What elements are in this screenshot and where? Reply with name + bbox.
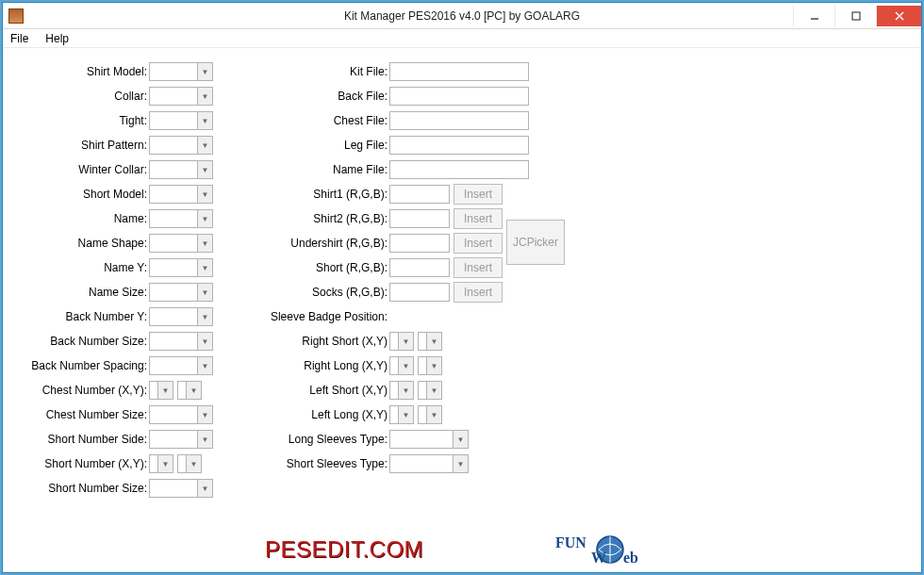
chevron-down-icon: ▼ — [197, 284, 212, 301]
insert-short-button[interactable]: Insert — [454, 257, 503, 278]
combo-long-sleeves-type[interactable]: ▼ — [389, 430, 469, 449]
menu-help[interactable]: Help — [41, 32, 73, 45]
label-name-size: Name Size: — [3, 286, 149, 299]
combo-left-short-y[interactable]: ▼ — [418, 381, 442, 400]
combo-name[interactable]: ▼ — [149, 209, 213, 228]
chevron-down-icon: ▼ — [197, 333, 212, 350]
combo-collar[interactable]: ▼ — [149, 87, 213, 106]
chevron-down-icon: ▼ — [197, 431, 212, 448]
chevron-down-icon: ▼ — [186, 455, 201, 472]
combo-left-long-y[interactable]: ▼ — [418, 405, 442, 424]
chevron-down-icon: ▼ — [197, 63, 212, 80]
titlebar: Kit Manager PES2016 v4.0 [PC] by GOALARG — [3, 3, 921, 29]
chevron-down-icon: ▼ — [197, 406, 212, 423]
menu-file[interactable]: File — [7, 32, 32, 45]
input-back-file[interactable] — [389, 87, 529, 106]
chevron-down-icon: ▼ — [398, 406, 413, 423]
combo-left-long-x[interactable]: ▼ — [389, 405, 414, 424]
chevron-down-icon: ▼ — [197, 137, 212, 154]
combo-shirt-model[interactable]: ▼ — [149, 62, 213, 81]
input-shirt2-rgb[interactable] — [389, 209, 450, 228]
combo-name-shape[interactable]: ▼ — [149, 234, 213, 253]
form-area: Shirt Model:▼ Collar:▼ Tight:▼ Shirt Pat… — [3, 48, 921, 572]
label-back-number-size: Back Number Size: — [3, 335, 149, 348]
insert-shirt1-button[interactable]: Insert — [454, 184, 503, 205]
combo-back-number-size[interactable]: ▼ — [149, 332, 213, 351]
chevron-down-icon: ▼ — [197, 357, 212, 374]
label-chest-number-size: Chest Number Size: — [3, 408, 149, 421]
svg-text:FUN: FUN — [555, 534, 586, 550]
label-tight: Tight: — [3, 114, 149, 127]
combo-back-number-y[interactable]: ▼ — [149, 307, 213, 326]
combo-chest-number-size[interactable]: ▼ — [149, 405, 213, 424]
chevron-down-icon: ▼ — [398, 382, 413, 399]
chevron-down-icon: ▼ — [426, 333, 441, 350]
combo-left-short-x[interactable]: ▼ — [389, 381, 414, 400]
insert-socks-button[interactable]: Insert — [454, 282, 503, 303]
label-short-number-size: Short Number Size: — [3, 482, 149, 495]
jcpicker-button[interactable]: JCPicker — [506, 220, 565, 265]
combo-back-number-spacing[interactable]: ▼ — [149, 356, 213, 375]
chevron-down-icon: ▼ — [197, 161, 212, 178]
combo-name-size[interactable]: ▼ — [149, 283, 213, 302]
input-short-rgb[interactable] — [389, 258, 450, 277]
combo-right-short-x[interactable]: ▼ — [389, 332, 414, 351]
app-window: Kit Manager PES2016 v4.0 [PC] by GOALARG… — [2, 2, 922, 573]
input-shirt1-rgb[interactable] — [389, 185, 450, 204]
label-left-long-xy: Left Long (X,Y) — [229, 408, 389, 421]
combo-shirt-pattern[interactable]: ▼ — [149, 136, 213, 155]
insert-undershirt-button[interactable]: Insert — [454, 233, 503, 254]
label-chest-number-xy: Chest Number (X,Y): — [3, 384, 149, 397]
combo-right-short-y[interactable]: ▼ — [418, 332, 442, 351]
combo-short-sleeves-type[interactable]: ▼ — [389, 454, 469, 473]
label-leg-file: Leg File: — [229, 139, 389, 152]
label-shirt2-rgb: Shirt2 (R,G,B): — [229, 212, 389, 225]
combo-right-long-y[interactable]: ▼ — [418, 356, 442, 375]
chevron-down-icon: ▼ — [197, 186, 212, 203]
chevron-down-icon: ▼ — [426, 406, 441, 423]
input-undershirt-rgb[interactable] — [389, 234, 450, 253]
input-leg-file[interactable] — [389, 136, 529, 155]
label-back-number-y: Back Number Y: — [3, 310, 149, 323]
chevron-down-icon: ▼ — [453, 455, 468, 472]
label-collar: Collar: — [3, 90, 149, 103]
combo-chest-number-x[interactable]: ▼ — [149, 381, 173, 400]
combo-short-number-y[interactable]: ▼ — [177, 454, 202, 473]
maximize-button[interactable] — [834, 6, 876, 26]
chevron-down-icon: ▼ — [197, 259, 212, 276]
input-chest-file[interactable] — [389, 111, 529, 130]
combo-short-model[interactable]: ▼ — [149, 185, 213, 204]
combo-short-number-x[interactable]: ▼ — [149, 454, 173, 473]
combo-short-number-size[interactable]: ▼ — [149, 479, 213, 498]
combo-name-y[interactable]: ▼ — [149, 258, 213, 277]
input-socks-rgb[interactable] — [389, 283, 450, 302]
combo-winter-collar[interactable]: ▼ — [149, 160, 213, 179]
maximize-icon — [851, 11, 861, 21]
insert-shirt2-button[interactable]: Insert — [454, 208, 503, 229]
input-kit-file[interactable] — [389, 62, 529, 81]
label-kit-file: Kit File: — [229, 65, 389, 78]
label-short-number-side: Short Number Side: — [3, 433, 149, 446]
funweb-logo: FUN eb W — [555, 533, 659, 567]
label-short-model: Short Model: — [3, 188, 149, 201]
combo-chest-number-y[interactable]: ▼ — [177, 381, 202, 400]
close-button[interactable] — [876, 6, 921, 26]
combo-right-long-x[interactable]: ▼ — [389, 356, 414, 375]
label-right-long-xy: Right Long (X,Y) — [229, 359, 389, 372]
minimize-button[interactable] — [793, 6, 834, 26]
label-name-file: Name File: — [229, 163, 389, 176]
label-name-y: Name Y: — [3, 261, 149, 274]
label-name: Name: — [3, 212, 149, 225]
label-short-rgb: Short (R,G,B): — [229, 261, 389, 274]
label-long-sleeves-type: Long Sleeves Type: — [229, 433, 389, 446]
combo-short-number-side[interactable]: ▼ — [149, 430, 213, 449]
chevron-down-icon: ▼ — [157, 382, 173, 399]
label-sleeve-badge: Sleeve Badge Position: — [229, 310, 389, 323]
combo-tight[interactable]: ▼ — [149, 111, 213, 130]
window-title: Kit Manager PES2016 v4.0 [PC] by GOALARG — [3, 9, 921, 23]
chevron-down-icon: ▼ — [197, 88, 212, 105]
minimize-icon — [810, 11, 819, 21]
input-name-file[interactable] — [389, 160, 529, 179]
chevron-down-icon: ▼ — [197, 308, 212, 325]
window-buttons — [793, 6, 921, 26]
